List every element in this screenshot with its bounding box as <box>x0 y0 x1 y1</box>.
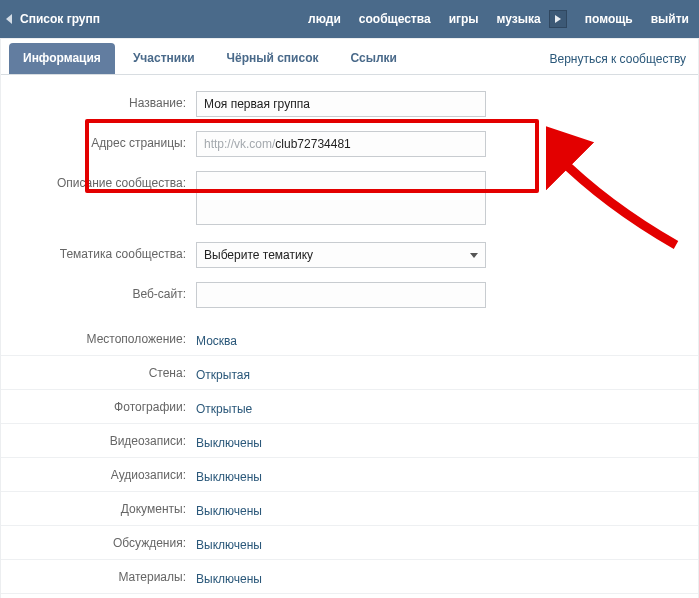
materials-value[interactable]: Выключены <box>196 567 262 586</box>
location-value[interactable]: Москва <box>196 329 237 348</box>
docs-label: Документы: <box>1 502 196 516</box>
nav-communities[interactable]: сообщества <box>359 12 431 26</box>
play-icon <box>555 15 561 23</box>
audio-label: Аудиозаписи: <box>1 468 196 482</box>
play-button[interactable] <box>549 10 567 28</box>
row-url: Адрес страницы: http://vk.com/club727344… <box>1 131 698 157</box>
tab-blacklist[interactable]: Чёрный список <box>213 43 333 74</box>
discussions-label: Обсуждения: <box>1 536 196 550</box>
nav-help[interactable]: помощь <box>585 12 633 26</box>
row-docs: Документы: Выключены <box>1 491 698 525</box>
tabbar: Информация Участники Чёрный список Ссылк… <box>1 39 698 75</box>
topic-select[interactable]: Выберите тематику <box>196 242 486 268</box>
tab-links[interactable]: Ссылки <box>337 43 411 74</box>
videos-label: Видеозаписи: <box>1 434 196 448</box>
audio-value[interactable]: Выключены <box>196 465 262 484</box>
chevron-down-icon <box>470 253 478 258</box>
materials-label: Материалы: <box>1 570 196 584</box>
tab-info[interactable]: Информация <box>9 43 115 74</box>
topic-label: Тематика сообщества: <box>1 242 196 261</box>
name-label: Название: <box>1 91 196 110</box>
discussions-value[interactable]: Выключены <box>196 533 262 552</box>
row-videos: Видеозаписи: Выключены <box>1 423 698 457</box>
docs-value[interactable]: Выключены <box>196 499 262 518</box>
row-audio: Аудиозаписи: Выключены <box>1 457 698 491</box>
form-area: Название: Адрес страницы: http://vk.com/… <box>1 75 698 598</box>
tab-members[interactable]: Участники <box>119 43 209 74</box>
location-label: Местоположение: <box>1 332 196 346</box>
row-type: Тип группы: Открытая <box>1 593 698 598</box>
nav-music[interactable]: музыка <box>497 12 541 26</box>
nav-people[interactable]: люди <box>308 12 341 26</box>
topbar: Список групп люди сообщества игры музыка… <box>0 0 699 38</box>
description-input[interactable] <box>196 171 486 225</box>
back-arrow-icon[interactable] <box>6 14 12 24</box>
url-label: Адрес страницы: <box>1 131 196 150</box>
name-input[interactable] <box>196 91 486 117</box>
wall-value[interactable]: Открытая <box>196 363 250 382</box>
url-value: club72734481 <box>275 137 350 151</box>
topic-placeholder: Выберите тематику <box>204 248 313 262</box>
row-wall: Стена: Открытая <box>1 355 698 389</box>
website-label: Веб-сайт: <box>1 282 196 301</box>
photos-value[interactable]: Открытые <box>196 397 252 416</box>
row-topic: Тематика сообщества: Выберите тематику <box>1 242 698 268</box>
url-input[interactable]: http://vk.com/club72734481 <box>196 131 486 157</box>
page-title[interactable]: Список групп <box>20 12 100 26</box>
row-photos: Фотографии: Открытые <box>1 389 698 423</box>
website-input[interactable] <box>196 282 486 308</box>
wall-label: Стена: <box>1 366 196 380</box>
row-name: Название: <box>1 91 698 117</box>
row-materials: Материалы: Выключены <box>1 559 698 593</box>
videos-value[interactable]: Выключены <box>196 431 262 450</box>
row-discussions: Обсуждения: Выключены <box>1 525 698 559</box>
row-website: Веб-сайт: <box>1 282 698 308</box>
nav-logout[interactable]: выйти <box>651 12 689 26</box>
nav-games[interactable]: игры <box>449 12 479 26</box>
row-location: Местоположение: Москва <box>1 322 698 355</box>
back-to-community-link[interactable]: Вернуться к сообществу <box>545 44 690 74</box>
row-description: Описание сообщества: <box>1 171 698 228</box>
url-prefix: http://vk.com/ <box>204 137 275 151</box>
photos-label: Фотографии: <box>1 400 196 414</box>
description-label: Описание сообщества: <box>1 171 196 190</box>
